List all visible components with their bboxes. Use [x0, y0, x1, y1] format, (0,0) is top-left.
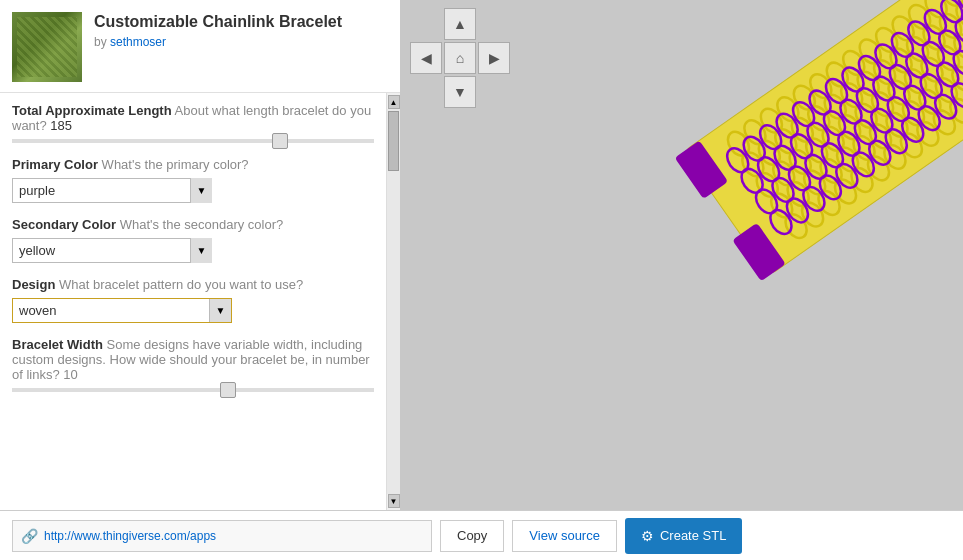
- length-slider-container: [12, 139, 374, 143]
- link-icon: 🔗: [21, 528, 38, 544]
- controls-middle-row: ◀ ⌂ ▶: [410, 42, 510, 74]
- width-label: Bracelet Width Some designs have variabl…: [12, 337, 374, 382]
- product-header: Customizable Chainlink Bracelet by sethm…: [0, 0, 400, 93]
- product-title: Customizable Chainlink Bracelet: [94, 12, 342, 31]
- create-stl-icon: ⚙: [641, 528, 654, 544]
- pan-up-button[interactable]: ▲: [444, 8, 476, 40]
- design-label: Design What bracelet pattern do you want…: [12, 277, 374, 292]
- right-panel: ▲ ◀ ⌂ ▶ ▼: [400, 0, 963, 510]
- bottom-bar: 🔗 http://www.thingiverse.com/apps Copy V…: [0, 510, 963, 560]
- product-info: Customizable Chainlink Bracelet by sethm…: [94, 12, 342, 49]
- url-box: 🔗 http://www.thingiverse.com/apps: [12, 520, 432, 552]
- params-area: Total Approximate Length About what leng…: [0, 93, 386, 510]
- scroll-down-btn[interactable]: ▼: [388, 494, 400, 508]
- primary-color-select-wrapper: purple red blue green yellow black white…: [12, 178, 212, 203]
- view-source-button[interactable]: View source: [512, 520, 617, 552]
- primary-color-select[interactable]: purple red blue green yellow black white: [12, 178, 212, 203]
- viewer-controls: ▲ ◀ ⌂ ▶ ▼: [410, 8, 510, 108]
- secondary-color-param: Secondary Color What's the secondary col…: [12, 217, 374, 263]
- width-param: Bracelet Width Some designs have variabl…: [12, 337, 374, 392]
- pan-down-button[interactable]: ▼: [444, 76, 476, 108]
- product-thumbnail: [12, 12, 82, 82]
- scroll-up-btn[interactable]: ▲: [388, 95, 400, 109]
- copy-button[interactable]: Copy: [440, 520, 504, 552]
- scroll-track: [387, 109, 400, 494]
- design-select[interactable]: woven simple byzantine box: [13, 299, 231, 322]
- create-stl-button[interactable]: ⚙ Create STL: [625, 518, 742, 554]
- design-select-wrapper: woven simple byzantine box ▼: [12, 298, 232, 323]
- controls-bottom-row: ▼: [444, 76, 476, 108]
- controls-top-row: ▲: [444, 8, 476, 40]
- scrollbar[interactable]: ▲ ▼: [386, 93, 400, 510]
- pan-left-button[interactable]: ◀: [410, 42, 442, 74]
- home-button[interactable]: ⌂: [444, 42, 476, 74]
- length-label: Total Approximate Length About what leng…: [12, 103, 374, 133]
- primary-color-param: Primary Color What's the primary color? …: [12, 157, 374, 203]
- secondary-color-select-wrapper: yellow red blue green purple black white…: [12, 238, 212, 263]
- width-slider-container: [12, 388, 374, 392]
- main-area: Customizable Chainlink Bracelet by sethm…: [0, 0, 963, 510]
- width-slider[interactable]: [12, 388, 374, 392]
- design-param: Design What bracelet pattern do you want…: [12, 277, 374, 323]
- url-text: http://www.thingiverse.com/apps: [44, 529, 216, 543]
- length-slider[interactable]: [12, 139, 374, 143]
- create-stl-label: Create STL: [660, 528, 726, 543]
- primary-color-label: Primary Color What's the primary color?: [12, 157, 374, 172]
- author-link[interactable]: sethmoser: [110, 35, 166, 49]
- secondary-color-select[interactable]: yellow red blue green purple black white: [12, 238, 212, 263]
- secondary-color-label: Secondary Color What's the secondary col…: [12, 217, 374, 232]
- length-param: Total Approximate Length About what leng…: [12, 103, 374, 143]
- pan-right-button[interactable]: ▶: [478, 42, 510, 74]
- scroll-thumb[interactable]: [388, 111, 399, 171]
- product-byline: by sethmoser: [94, 35, 342, 49]
- left-panel: Customizable Chainlink Bracelet by sethm…: [0, 0, 400, 510]
